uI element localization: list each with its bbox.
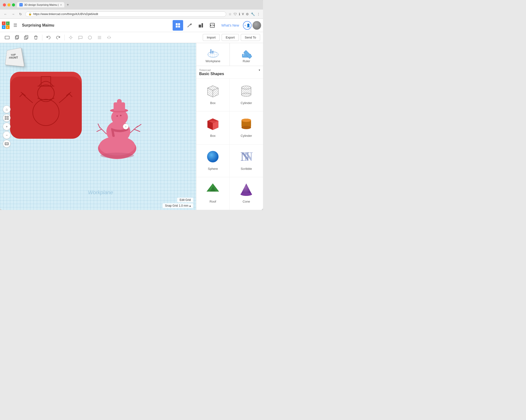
pink-snowman-object[interactable] — [91, 98, 146, 160]
import-button[interactable]: Import — [203, 34, 220, 41]
redo-button[interactable] — [54, 33, 62, 42]
viewport[interactable]: TOP FRONT ⌂ + − Workplane Edit Gr — [0, 43, 196, 210]
back-button[interactable]: ← — [3, 12, 8, 17]
panel-collapse-button[interactable]: › — [123, 124, 129, 129]
view-cube[interactable]: TOP FRONT — [5, 48, 21, 65]
cone-icon — [238, 181, 255, 198]
delete-button[interactable] — [31, 33, 40, 42]
shape-cylinder-solid[interactable]: Cylinder — [230, 112, 263, 144]
list-view-button[interactable]: ☰ — [11, 23, 19, 28]
edit-grid-button[interactable]: Edit Grid — [177, 198, 193, 202]
svg-rect-2 — [176, 26, 178, 28]
add-user-button[interactable]: +👤 — [243, 21, 252, 30]
shape-scribble[interactable]: N N Scribble — [230, 144, 263, 177]
user-area: +👤 — [241, 21, 263, 30]
align-button[interactable] — [95, 33, 104, 42]
comment-button[interactable] — [76, 33, 85, 42]
panel-top-tools: Workplane Ruler — [196, 43, 263, 66]
whats-new-button[interactable]: What's New — [220, 23, 241, 27]
refresh-button[interactable]: ↻ — [18, 12, 23, 17]
snap-grid-label: Snap Grid — [165, 204, 178, 207]
zoom-out-button[interactable]: − — [3, 131, 10, 139]
shape-cylinder-ghost[interactable]: Cylinder — [230, 79, 263, 112]
logo-k: K — [6, 25, 10, 29]
dropdown-arrow-icon[interactable]: ▾ — [259, 68, 260, 72]
zoom-in-button[interactable]: + — [3, 123, 10, 130]
maximize-button[interactable] — [12, 3, 15, 6]
svg-rect-37 — [5, 116, 6, 117]
send-to-button[interactable]: Send To — [241, 34, 260, 41]
svg-rect-11 — [25, 35, 28, 39]
layers-button[interactable] — [3, 140, 10, 148]
duplicate-button[interactable] — [22, 33, 30, 42]
category-prefix: Tinkercad — [199, 69, 211, 72]
light-button[interactable] — [66, 33, 75, 42]
logo-grid: T I N K — [2, 21, 10, 29]
workplane-tool[interactable]: Workplane — [196, 43, 230, 66]
user-avatar[interactable] — [253, 21, 261, 30]
scribble-icon: N N — [238, 148, 255, 165]
lock-icon: 🔒 — [29, 12, 32, 16]
main-layout: TOP FRONT ⌂ + − Workplane Edit Gr — [0, 43, 263, 210]
camera-controls: ⌂ + − — [3, 105, 10, 148]
snap-grid-up-icon[interactable]: ▴ — [189, 204, 191, 207]
snap-grid-value: 1.0 mm — [179, 204, 188, 207]
svg-rect-5 — [202, 23, 203, 28]
red-snowflake-object[interactable] — [8, 65, 89, 141]
svg-point-12 — [70, 37, 72, 39]
shape-roof[interactable]: Roof — [196, 177, 230, 210]
title-bar: T 3D design Surprising Maimu | ✕ + — [0, 0, 263, 10]
extension-icon[interactable]: 🔧 — [251, 12, 255, 16]
shape-box-ghost[interactable]: Box — [196, 79, 230, 112]
shape-scribble-label: Scribble — [241, 167, 252, 171]
svg-rect-9 — [16, 35, 19, 39]
roof-icon — [204, 181, 221, 198]
copy-button[interactable] — [12, 33, 21, 42]
tab-bar: T 3D design Surprising Maimu | ✕ + — [17, 2, 260, 7]
vpn-icon[interactable]: V — [242, 12, 244, 16]
shape-cylinder-ghost-label: Cylinder — [241, 101, 252, 105]
shape-sphere[interactable]: Sphere — [196, 144, 230, 177]
shapes-button[interactable] — [196, 20, 206, 31]
home-view-button[interactable]: ⌂ — [3, 105, 10, 113]
toolbar-right: Import Export Send To — [203, 34, 260, 41]
header-tools — [173, 20, 218, 31]
shapes-category[interactable]: Tinkercad ▾ — [199, 68, 260, 72]
svg-rect-8 — [15, 36, 18, 39]
cylinder-solid-icon — [238, 115, 255, 132]
undo-button[interactable] — [44, 33, 53, 42]
more-icon[interactable]: ⋮ — [257, 12, 260, 16]
forward-button[interactable]: → — [10, 12, 16, 17]
shape-roof-label: Roof — [210, 200, 216, 203]
pickaxe-button[interactable] — [184, 20, 195, 31]
view-cube-front: FRONT — [9, 56, 18, 59]
ruler-tool[interactable]: Ruler — [230, 43, 263, 66]
shape-cone[interactable]: Cone — [230, 177, 263, 210]
fit-view-button[interactable] — [3, 114, 10, 122]
export-button[interactable]: Export — [222, 34, 239, 41]
svg-point-63 — [242, 126, 251, 129]
browser-tab[interactable]: T 3D design Surprising Maimu | ✕ — [17, 2, 64, 7]
workplane-toolbar-button[interactable] — [3, 33, 11, 42]
shape-box-solid[interactable]: Box — [196, 112, 230, 144]
new-tab-button[interactable]: + — [65, 2, 70, 7]
svg-rect-41 — [5, 143, 8, 145]
sphere-icon — [204, 148, 221, 165]
tab-close-button[interactable]: ✕ — [60, 4, 62, 6]
circle-button[interactable] — [86, 33, 94, 42]
toolbar: Import Export Send To — [0, 32, 263, 43]
code-button[interactable] — [207, 20, 218, 31]
info-icon[interactable]: ℹ — [239, 12, 240, 16]
mirror-button[interactable] — [105, 33, 113, 42]
url-box[interactable]: 🔒 https://www.tinkercad.com/things/itJUB… — [25, 11, 226, 17]
shield-icon[interactable]: 🛡 — [233, 12, 237, 16]
svg-rect-46 — [212, 51, 213, 54]
snap-grid-control[interactable]: Snap Grid 1.0 mm ▴ — [162, 203, 193, 208]
tinkercad-logo[interactable]: T I N K — [0, 19, 11, 32]
minimize-button[interactable] — [7, 3, 10, 6]
star-icon[interactable]: ☆ — [229, 12, 232, 16]
close-button[interactable] — [3, 3, 6, 6]
svg-point-33 — [117, 99, 122, 104]
grid-view-button[interactable] — [173, 20, 183, 31]
settings-icon[interactable]: ⚙ — [246, 12, 249, 16]
